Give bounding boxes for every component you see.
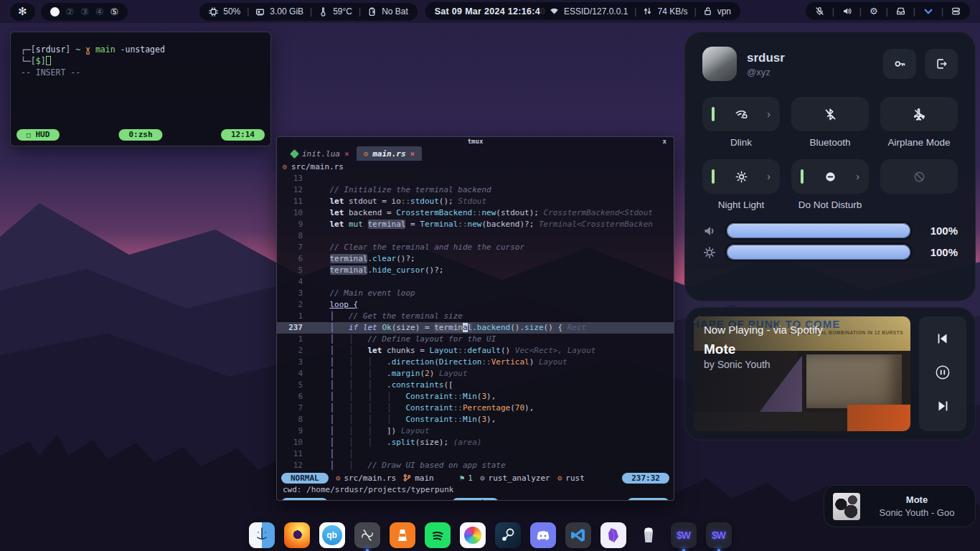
dock-icon-dollar-w-1[interactable]: $W: [671, 522, 697, 548]
line-number: 5: [277, 265, 303, 276]
tmux-session-pill[interactable]: □HUD: [17, 129, 60, 141]
tmux-window-pill[interactable]: 0:nvim: [452, 498, 499, 501]
workspace-4[interactable]: ④: [95, 6, 104, 17]
spotify-waves-icon: [428, 526, 447, 545]
dollar-w-logo: $W: [712, 529, 725, 541]
tab-close-icon[interactable]: ×: [410, 149, 415, 159]
code-line[interactable]: 2 │ │ let chunks = Layout::default() Vec…: [277, 345, 674, 357]
workspace-active[interactable]: [50, 7, 60, 17]
vscode-icon: [569, 526, 588, 545]
logout-button[interactable]: [925, 49, 958, 79]
tmux-session-pill[interactable]: □tmux: [281, 498, 328, 501]
toggle-wifi[interactable]: ›: [702, 97, 780, 131]
code-line[interactable]: 10 let backend = CrosstermBackend::new(s…: [277, 207, 674, 219]
dock-icon-discord[interactable]: [530, 522, 556, 548]
quick-settings-panel: srdusr @xyz › Dlink Blueto: [684, 32, 976, 301]
chevron-right-icon[interactable]: ›: [767, 171, 771, 182]
dock-icon-vscode[interactable]: [565, 522, 591, 548]
code-line[interactable]: 9 │ │ │ ]) Layout: [277, 425, 674, 437]
code-line[interactable]: 8: [277, 230, 674, 242]
toggle-night-light[interactable]: ›: [702, 159, 780, 194]
workspace-switcher[interactable]: ②③④⑤: [41, 3, 128, 21]
dock-icon-qbittorrent[interactable]: qb: [319, 522, 345, 548]
code-line[interactable]: 13: [277, 173, 674, 184]
tmux-window-pill[interactable]: 0:zsh: [118, 129, 162, 141]
dock-icon-finder[interactable]: [249, 522, 275, 548]
code-line[interactable]: 10 │ │ │ .split(size); (area): [277, 437, 674, 448]
chevron-right-icon[interactable]: ›: [856, 171, 859, 182]
code-line[interactable]: 7 │ │ │ │ Constraint::Percentage(70),: [277, 402, 674, 414]
media-panel: SHAPE OF PUNK TO COME A CHIMERICAL BOMBI…: [684, 307, 976, 441]
terminal-window[interactable]: ┌─[srdusr] ~ ɣ main -unstaged└─[$] -- IN…: [10, 32, 271, 146]
editor-window[interactable]: tmux x init.lua × ⚙ main.rs × ⚙ src/main…: [276, 136, 674, 501]
code-line[interactable]: 5 │ │ │ .constraints([: [277, 380, 674, 391]
toggle-bluetooth[interactable]: [791, 97, 869, 131]
devices-stack-icon[interactable]: [951, 6, 961, 16]
toggle-airplane-mode[interactable]: [880, 97, 958, 131]
terminal-body[interactable]: ┌─[srdusr] ~ ɣ main -unstaged└─[$] -- IN…: [11, 32, 270, 78]
line-number: 4: [277, 276, 303, 288]
inbox-icon[interactable]: [896, 6, 905, 16]
code-line[interactable]: 9 let mut terminal = Terminal::new(backe…: [277, 219, 674, 230]
code-line[interactable]: 11 │ │: [277, 448, 674, 460]
dock-icon-dollar-w-2[interactable]: $W: [706, 522, 732, 548]
code-line[interactable]: 12 // Initialize the terminal backend: [277, 184, 674, 196]
terminal-line: └─[$]: [21, 55, 260, 67]
clock[interactable]: Sat 09 Mar 2024 12:16:40: [425, 2, 555, 20]
dock-icon-firefox[interactable]: [284, 522, 310, 548]
workspace-2[interactable]: ②: [66, 6, 75, 17]
keyring-button[interactable]: [883, 49, 916, 79]
code-line[interactable]: 12 │ │ // Draw UI based on app state: [277, 460, 674, 471]
toggle-do-not-disturb[interactable]: ›: [791, 159, 869, 194]
pause-button[interactable]: [935, 364, 951, 383]
dock-icon-trash[interactable]: [636, 522, 661, 548]
workspace-3[interactable]: ③: [80, 6, 89, 17]
code-line[interactable]: 1 │ │ // Define layout for the UI: [277, 334, 674, 345]
next-track-button[interactable]: [935, 398, 951, 417]
settings-gear-icon[interactable]: ⚙: [870, 6, 878, 17]
tmux-status-bar-zsh: □HUD 0:zsh 12:14: [11, 129, 270, 141]
code-line[interactable]: 1 │ // Get the terminal size: [277, 311, 674, 322]
code-line[interactable]: 6 terminal.clear()?;: [277, 253, 674, 265]
chevron-down-icon[interactable]: [923, 6, 933, 17]
code-line[interactable]: 4 │ │ │ .margin(2) Layout: [277, 368, 674, 380]
tab-close-icon[interactable]: ×: [344, 149, 349, 159]
launcher-button[interactable]: ✻: [10, 3, 35, 21]
dock-icon-steam[interactable]: [495, 522, 521, 548]
volume-slider[interactable]: [727, 223, 910, 238]
rust-icon: ⚙: [364, 149, 369, 159]
code-line[interactable]: 7 // Clear the terminal and hide the cur…: [277, 242, 674, 253]
code-area[interactable]: 1312 // Initialize the terminal backend1…: [277, 173, 674, 471]
dock-icon-photos[interactable]: [460, 522, 486, 548]
window-close-button[interactable]: x: [663, 137, 666, 146]
code-line[interactable]: 5 terminal.hide_cursor()?;: [277, 265, 674, 276]
previous-track-button[interactable]: [935, 331, 951, 349]
code-line[interactable]: 3 // Main event loop: [277, 288, 674, 299]
dock-icon-vlc[interactable]: [390, 522, 415, 548]
brightness-slider[interactable]: [727, 245, 910, 260]
tab-main-rs[interactable]: ⚙ main.rs ×: [357, 146, 423, 161]
speaker-icon[interactable]: [842, 6, 852, 16]
workspace-5[interactable]: ⑤: [110, 6, 119, 17]
tab-init-lua[interactable]: init.lua ×: [284, 146, 357, 161]
toggle-disabled[interactable]: [880, 159, 958, 194]
microphone-muted-icon[interactable]: [815, 6, 824, 16]
code-line[interactable]: 2 loop {: [277, 299, 674, 311]
qbittorrent-logo: qb: [322, 525, 342, 545]
code-line-current[interactable]: 237 │ if let Ok(size) = terminal.backend…: [277, 322, 674, 334]
code-line[interactable]: 3 │ │ │ .direction(Direction::Vertical) …: [277, 357, 674, 368]
code-line[interactable]: 6 │ │ │ │ Constraint::Min(3),: [277, 391, 674, 402]
code-line[interactable]: 8 │ │ │ │ Constraint::Min(3),: [277, 414, 674, 425]
git-branch-icon: [403, 474, 411, 482]
dock-icon-swirl-app[interactable]: [354, 522, 380, 548]
chevron-right-icon[interactable]: ›: [767, 109, 771, 119]
code-line[interactable]: 4: [277, 276, 674, 288]
dock-icon-obsidian[interactable]: [600, 522, 626, 548]
system-tray: | | ⚙| | |: [806, 2, 970, 20]
dock-icon-spotify[interactable]: [425, 522, 451, 548]
code-line[interactable]: 11 let stdout = io::stdout(); Stdout: [277, 196, 674, 207]
network-module[interactable]: ESSID/127.0.0.1| 74 KB/s| vpn: [540, 2, 740, 20]
trash-icon: [639, 526, 658, 545]
line-number: 3: [277, 357, 303, 368]
media-notification[interactable]: Mote Sonic Youth - Goo: [824, 485, 976, 527]
